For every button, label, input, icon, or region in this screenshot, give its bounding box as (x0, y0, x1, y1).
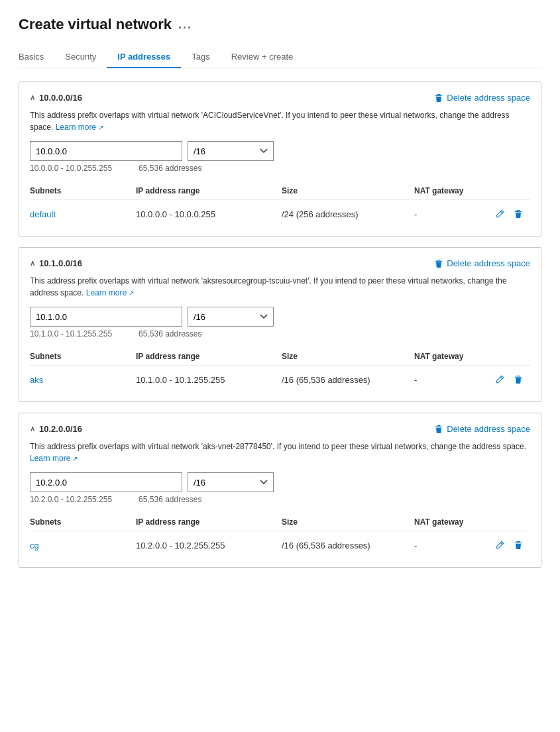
range-text-1: 10.0.0.0 - 10.0.255.255 65,536 addresses (30, 164, 530, 173)
ip-input-1[interactable] (30, 141, 182, 161)
header-actions-1 (494, 186, 533, 195)
subnets-table-1: Subnets IP address range Size NAT gatewa… (30, 182, 530, 225)
address-count-3: 65,536 addresses (139, 495, 201, 504)
range-text-3: 10.2.0.0 - 10.2.255.255 65,536 addresses (30, 495, 530, 504)
header-nat-2: NAT gateway (414, 352, 494, 361)
subnet-nat-3-1: - (414, 541, 494, 550)
address-space-card-1: ∧ 10.0.0.0/16 Delete address space This … (19, 81, 541, 236)
external-link-icon-2: ↗ (129, 288, 134, 298)
svg-rect-10 (516, 541, 520, 542)
address-space-card-3: ∧ 10.2.0.0/16 Delete address space This … (19, 413, 541, 568)
tab-bar: Basics Security IP addresses Tags Review… (19, 46, 541, 68)
subnets-header-1: Subnets IP address range Size NAT gatewa… (30, 182, 530, 200)
edit-subnet-btn-3-1[interactable] (494, 539, 506, 551)
delete-subnet-btn-3-1[interactable] (512, 539, 524, 551)
svg-rect-5 (435, 260, 443, 261)
svg-rect-0 (437, 93, 441, 94)
svg-rect-1 (435, 95, 443, 95)
range-value-3: 10.2.0.0 - 10.2.255.255 (30, 495, 112, 504)
subnet-size-2-1: /16 (65,536 addresses) (282, 375, 414, 385)
subnet-row-3-1: cg 10.2.0.0 - 10.2.255.255 /16 (65,536 a… (30, 534, 530, 556)
subnet-actions-1-1 (494, 208, 533, 220)
page-title-text: Create virtual network (19, 16, 172, 33)
subnet-link-3-1[interactable]: cg (30, 541, 39, 550)
subnets-header-3: Subnets IP address range Size NAT gatewa… (30, 513, 530, 531)
card-cidr-3: ∧ 10.2.0.0/16 (30, 424, 82, 434)
card-header-3: ∧ 10.2.0.0/16 Delete address space (30, 424, 530, 434)
header-ip-range-2: IP address range (136, 352, 282, 361)
subnet-ip-range-1-1: 10.0.0.0 - 10.0.0.255 (136, 209, 282, 219)
ip-input-2[interactable] (30, 307, 182, 327)
trash-icon-1 (434, 93, 443, 103)
card-cidr-1: ∧ 10.0.0.0/16 (30, 93, 82, 103)
header-subnets-1: Subnets (30, 186, 136, 195)
card-header-1: ∧ 10.0.0.0/16 Delete address space (30, 93, 530, 103)
prefix-select-1[interactable]: /16 /17 /18 /24 (188, 141, 274, 161)
range-value-2: 10.1.0.0 - 10.1.255.255 (30, 329, 112, 339)
warning-text-1: This address prefix overlaps with virtua… (30, 109, 530, 133)
edit-icon-2-1 (495, 375, 504, 384)
header-size-1: Size (282, 186, 414, 195)
subnet-name-3-1: cg (30, 541, 136, 550)
chevron-icon-2: ∧ (30, 259, 35, 268)
card-header-2: ∧ 10.1.0.0/16 Delete address space (30, 258, 530, 268)
subnets-header-2: Subnets IP address range Size NAT gatewa… (30, 348, 530, 366)
card-cidr-2: ∧ 10.1.0.0/16 (30, 258, 82, 268)
edit-subnet-btn-2-1[interactable] (494, 374, 506, 386)
trash-icon-2 (434, 259, 443, 268)
delete-address-space-btn-1[interactable]: Delete address space (434, 93, 530, 103)
warning-text-3: This address prefix overlaps with virtua… (30, 441, 530, 464)
header-ip-range-1: IP address range (136, 186, 282, 195)
edit-icon-3-1 (495, 541, 504, 550)
subnet-row-1-1: default 10.0.0.0 - 10.0.0.255 /24 (256 a… (30, 203, 530, 225)
header-size-3: Size (282, 517, 414, 527)
delete-address-space-btn-2[interactable]: Delete address space (434, 258, 530, 268)
subnet-nat-2-1: - (414, 375, 494, 385)
header-nat-1: NAT gateway (414, 186, 494, 195)
edit-subnet-btn-1-1[interactable] (494, 208, 506, 220)
tab-review-create[interactable]: Review + create (221, 46, 304, 68)
header-size-2: Size (282, 352, 414, 361)
page-title-dots: ... (178, 18, 192, 32)
edit-icon-1-1 (495, 209, 504, 219)
subnet-link-1-1[interactable]: default (30, 209, 56, 219)
address-space-card-2: ∧ 10.1.0.0/16 Delete address space This … (19, 247, 541, 402)
address-count-1: 65,536 addresses (139, 164, 201, 173)
header-subnets-2: Subnets (30, 352, 136, 361)
subnet-actions-3-1 (494, 539, 533, 551)
external-link-icon-3: ↗ (72, 454, 78, 464)
svg-rect-4 (437, 259, 441, 260)
range-value-1: 10.0.0.0 - 10.0.255.255 (30, 164, 112, 173)
tab-security[interactable]: Security (54, 46, 107, 68)
ip-input-3[interactable] (30, 472, 182, 492)
svg-rect-8 (437, 425, 441, 425)
header-ip-range-3: IP address range (136, 517, 282, 527)
delete-subnet-btn-1-1[interactable] (512, 208, 524, 220)
address-spaces-container: ∧ 10.0.0.0/16 Delete address space This … (19, 81, 541, 568)
subnet-link-2-1[interactable]: aks (30, 375, 43, 385)
tab-tags[interactable]: Tags (181, 46, 220, 68)
page-title: Create virtual network ... (19, 16, 541, 33)
header-nat-3: NAT gateway (414, 517, 494, 527)
tab-ip-addresses[interactable]: IP addresses (107, 46, 181, 68)
trash-subnet-icon-3-1 (514, 541, 523, 550)
learn-more-link-1[interactable]: Learn more ↗ (56, 121, 103, 133)
subnet-nat-1-1: - (414, 209, 494, 219)
svg-rect-7 (515, 377, 522, 378)
cidr-label-3: 10.2.0.0/16 (39, 424, 82, 434)
prefix-select-3[interactable]: /16 /17 /18 /24 (188, 472, 274, 492)
subnet-row-2-1: aks 10.1.0.0 - 10.1.255.255 /16 (65,536 … (30, 368, 530, 391)
prefix-select-2[interactable]: /16 /17 /18 /24 (188, 307, 274, 327)
subnets-table-2: Subnets IP address range Size NAT gatewa… (30, 348, 530, 391)
delete-address-space-btn-3[interactable]: Delete address space (434, 424, 530, 434)
learn-more-link-3[interactable]: Learn more ↗ (30, 452, 78, 464)
learn-more-link-2[interactable]: Learn more ↗ (86, 287, 134, 299)
input-row-3: /16 /17 /18 /24 (30, 472, 530, 492)
delete-subnet-btn-2-1[interactable] (512, 374, 524, 386)
svg-rect-11 (515, 543, 522, 543)
svg-rect-3 (515, 211, 522, 212)
header-subnets-3: Subnets (30, 517, 136, 527)
subnet-ip-range-2-1: 10.1.0.0 - 10.1.255.255 (136, 375, 282, 385)
subnet-name-1-1: default (30, 209, 136, 219)
tab-basics[interactable]: Basics (19, 46, 54, 68)
